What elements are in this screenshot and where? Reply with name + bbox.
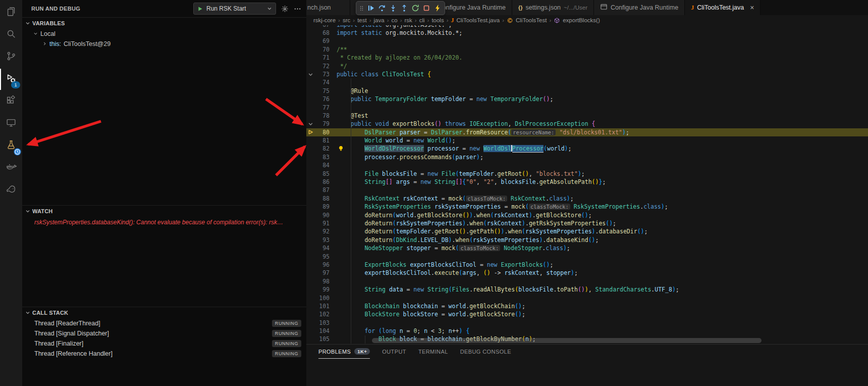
- glyph-margin: [306, 236, 314, 244]
- code-line-75[interactable]: 75 @Rule: [306, 87, 868, 95]
- tab-clitoolstest-java[interactable]: JCliToolsTest.java×: [685, 0, 761, 15]
- stop-button[interactable]: [421, 3, 431, 14]
- code-line-89[interactable]: 89 RskSystemProperties rskSystemProperti…: [306, 203, 868, 211]
- horizontal-scrollbar[interactable]: [372, 338, 762, 343]
- breadcrumb-symbol[interactable]: exportBlocks(): [563, 17, 600, 23]
- call-stack-thread-row[interactable]: Thread [Finalizer]RUNNING: [22, 339, 306, 349]
- breadcrumb-item[interactable]: rskj-core: [313, 17, 336, 23]
- breadcrumb-symbol[interactable]: CliToolsTest: [516, 17, 547, 23]
- call-stack-section-header[interactable]: CALL STACK: [22, 307, 306, 318]
- code-line-88[interactable]: 88 RskContext rskContext = mock(classToM…: [306, 195, 868, 203]
- glyph-margin: [306, 335, 314, 343]
- call-stack-thread-row[interactable]: Thread [ReaderThread]RUNNING: [22, 318, 306, 328]
- code-line-92[interactable]: 92 doReturn(tempFolder.getRoot().getPath…: [306, 227, 868, 235]
- code-line-68[interactable]: 68import static org.mockito.Mockito.*;: [306, 29, 868, 37]
- code-line-95[interactable]: 95: [306, 253, 868, 261]
- toolbar-drag-handle[interactable]: [358, 5, 365, 12]
- start-debug-icon[interactable]: [197, 6, 203, 12]
- breadcrumb-item[interactable]: test: [357, 17, 367, 23]
- activity-test-flask-button[interactable]: [0, 135, 22, 157]
- restart-button[interactable]: [410, 3, 420, 14]
- breadcrumb-item[interactable]: tools: [431, 17, 444, 23]
- line-number: 87: [314, 186, 330, 194]
- hot-code-replace-button[interactable]: [432, 3, 443, 14]
- code-line-83[interactable]: 83 processor.processCommands(parser);: [306, 153, 868, 161]
- line-number: 96: [314, 261, 330, 269]
- code-line-101[interactable]: 101 Blockchain blockchain = world.getBlo…: [306, 302, 868, 310]
- code-editor[interactable]: 67import static org.junit.Assert.*;68imp…: [306, 25, 868, 344]
- variables-section-header[interactable]: VARIABLES: [22, 18, 306, 29]
- code-line-76[interactable]: 76 public TemporaryFolder tempFolder = n…: [306, 95, 868, 103]
- activity-source-control-button[interactable]: [0, 46, 22, 68]
- code-line-98[interactable]: 98: [306, 277, 868, 285]
- code-line-71[interactable]: 71 * Created by ajlopez on 26/04/2020.: [306, 54, 868, 62]
- code-line-86[interactable]: 86 String[] args = new String[]{"0", "2"…: [306, 178, 868, 186]
- activity-extensions-button[interactable]: [0, 91, 22, 112]
- code-line-93[interactable]: 93 doReturn(DbKind.LEVEL_DB).when(rskSys…: [306, 236, 868, 244]
- panel-tab-output[interactable]: OUTPUT: [382, 345, 406, 359]
- more-actions-icon[interactable]: [294, 5, 301, 13]
- code-line-91[interactable]: 91 doReturn(rskSystemProperties).when(rs…: [306, 219, 868, 227]
- code-line-81[interactable]: 81 World world = new World();: [306, 136, 868, 144]
- code-line-99[interactable]: 99 String data = new String(Files.readAl…: [306, 285, 868, 294]
- variable-this-row[interactable]: this: CliToolsTest@29: [22, 39, 306, 49]
- call-stack-thread-row[interactable]: Thread [Reference Handler]RUNNING: [22, 349, 306, 359]
- breadcrumb-item[interactable]: cli: [419, 17, 425, 23]
- code-line-74[interactable]: 74: [306, 78, 868, 86]
- step-over-button[interactable]: [376, 3, 387, 14]
- breadcrumb-item[interactable]: src: [343, 17, 350, 23]
- activity-search-button[interactable]: [0, 24, 22, 45]
- panel-tab-debug-console[interactable]: DEBUG CONSOLE: [460, 345, 511, 359]
- watch-section-header[interactable]: WATCH: [22, 206, 306, 217]
- code-line-72[interactable]: 72 */: [306, 62, 868, 70]
- breadcrumb-item[interactable]: java: [374, 17, 385, 23]
- continue-button[interactable]: [365, 3, 376, 14]
- panel-tab-problems[interactable]: PROBLEMS1K+: [318, 345, 370, 359]
- code-line-67[interactable]: 67import static org.junit.Assert.*;: [306, 25, 868, 29]
- lightbulb-icon[interactable]: [338, 145, 344, 152]
- activity-remote-explorer-button[interactable]: [0, 113, 22, 134]
- activity-badge: 1: [11, 81, 20, 88]
- code-line-78[interactable]: 78 @Test: [306, 112, 868, 120]
- code-line-70[interactable]: 70/**: [306, 45, 868, 54]
- activity-docker-button[interactable]: [0, 158, 22, 179]
- launch-config-dropdown[interactable]: Run RSK Start: [193, 3, 276, 15]
- panel-tab-terminal[interactable]: TERMINAL: [418, 345, 448, 359]
- activity-gradle-button[interactable]: [0, 180, 22, 201]
- code-line-85[interactable]: 85 File blocksFile = new File(tempFolder…: [306, 170, 868, 178]
- tab-configure-java-runtime[interactable]: Configure Java Runtime: [594, 0, 685, 15]
- tab-nch-json[interactable]: nch.json: [306, 0, 350, 15]
- java-icon: J: [451, 17, 454, 24]
- step-out-button[interactable]: [399, 3, 409, 14]
- breadcrumb-file[interactable]: CliToolsTest.java: [457, 17, 500, 23]
- scope-local-row[interactable]: Local: [22, 29, 306, 39]
- step-into-button[interactable]: [388, 3, 398, 14]
- code-line-100[interactable]: 100: [306, 294, 868, 302]
- code-line-94[interactable]: 94 NodeStopper stopper = mock(classToMoc…: [306, 244, 868, 252]
- code-line-82[interactable]: 82 WorldDslProcessor processor = new Wor…: [306, 144, 868, 153]
- gear-icon[interactable]: [281, 5, 289, 13]
- breadcrumb-item[interactable]: rsk: [404, 17, 412, 23]
- breadcrumb-item[interactable]: co: [391, 17, 397, 23]
- code-line-79[interactable]: 79 public void exportBlocks() throws IOE…: [306, 120, 868, 128]
- activity-run-debug-button[interactable]: 1: [0, 69, 22, 90]
- code-line-102[interactable]: 102 BlockStore blockStore = world.getBlo…: [306, 310, 868, 318]
- watch-expression-row[interactable]: rskSystemProperties.databaseKind(): Cann…: [22, 217, 306, 226]
- code-line-80[interactable]: 80 DslParser parser = DslParser.fromReso…: [306, 128, 868, 136]
- code-line-87[interactable]: 87: [306, 186, 868, 194]
- fold-chevron-icon[interactable]: [306, 120, 314, 128]
- code-line-77[interactable]: 77: [306, 104, 868, 112]
- code-line-104[interactable]: 104 for (long n = 0; n < 3; n++) {: [306, 327, 868, 335]
- code-line-90[interactable]: 90 doReturn(world.getBlockStore()).when(…: [306, 211, 868, 219]
- code-line-97[interactable]: 97 exportBlocksCliTool.execute(args, () …: [306, 269, 868, 277]
- fold-chevron-icon[interactable]: [306, 70, 314, 78]
- code-line-96[interactable]: 96 ExportBlocks exportBlocksCliTool = ne…: [306, 261, 868, 269]
- code-line-103[interactable]: 103: [306, 319, 868, 327]
- call-stack-thread-row[interactable]: Thread [Signal Dispatcher]RUNNING: [22, 328, 306, 339]
- close-icon[interactable]: ×: [750, 4, 754, 11]
- code-line-73[interactable]: 73public class CliToolsTest {: [306, 70, 868, 78]
- code-line-69[interactable]: 69: [306, 37, 868, 45]
- activity-explorer-button[interactable]: [0, 2, 22, 23]
- tab-settings-json[interactable]: {}settings.json~/.../User: [512, 0, 594, 15]
- code-line-84[interactable]: 84: [306, 161, 868, 169]
